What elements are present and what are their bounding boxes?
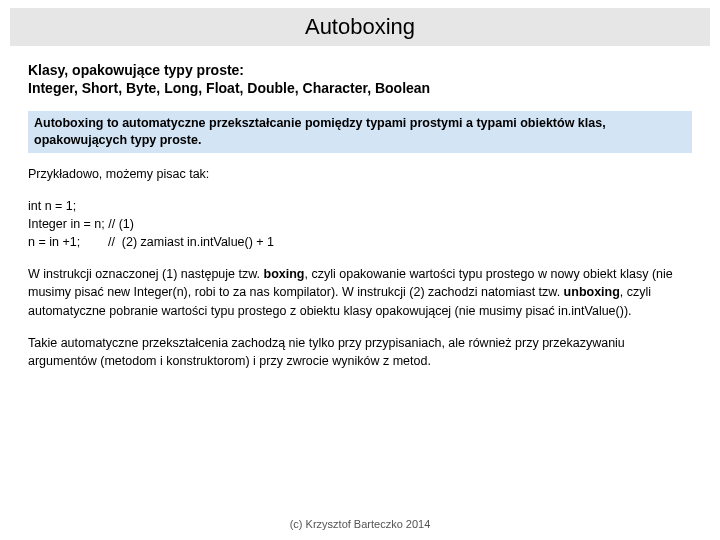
title-bar: Autoboxing bbox=[10, 8, 710, 46]
intro-block: Klasy, opakowujące typy proste: Integer,… bbox=[28, 62, 692, 97]
intro-line-1: Klasy, opakowujące typy proste: bbox=[28, 62, 244, 78]
highlight-text: Autoboxing to automatyczne przekształcan… bbox=[34, 115, 686, 149]
paragraph-conversions: Takie automatyczne przekształcenia zacho… bbox=[28, 334, 692, 370]
term-unboxing: unboxing bbox=[564, 285, 620, 299]
highlight-box: Autoboxing to automatyczne przekształcan… bbox=[28, 111, 692, 153]
page-title: Autoboxing bbox=[10, 14, 710, 40]
footer-copyright: (c) Krzysztof Barteczko 2014 bbox=[0, 518, 720, 530]
paragraph-example-intro: Przykładowo, możemy pisac tak: bbox=[28, 165, 692, 183]
paragraph-boxing-explain: W instrukcji oznaczonej (1) następuje tz… bbox=[28, 265, 692, 319]
term-boxing: boxing bbox=[264, 267, 305, 281]
code-block: int n = 1; Integer in = n; // (1) n = in… bbox=[28, 197, 692, 251]
content-area: Klasy, opakowujące typy proste: Integer,… bbox=[0, 46, 720, 370]
text-fragment: W instrukcji oznaczonej (1) następuje tz… bbox=[28, 267, 264, 281]
intro-line-2: Integer, Short, Byte, Long, Float, Doubl… bbox=[28, 80, 430, 96]
